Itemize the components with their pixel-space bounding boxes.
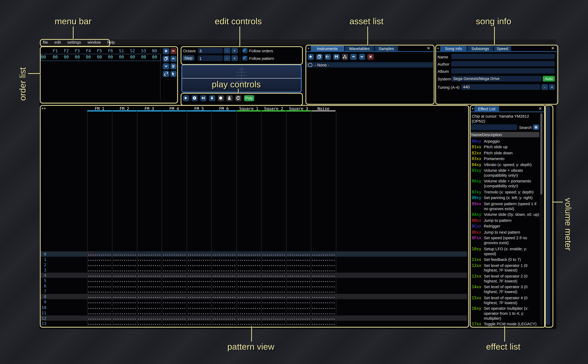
pattern-row[interactable]: 6: [40, 283, 467, 289]
pattern-cell-empty[interactable]: [312, 294, 335, 299]
menu-item-edit[interactable]: edit: [54, 40, 61, 45]
pattern-cell-empty[interactable]: [187, 278, 211, 283]
pattern-cell-empty[interactable]: [287, 305, 311, 310]
tab-subsongs[interactable]: Subsongs: [468, 46, 493, 51]
effect-row[interactable]: 15xxSet level of operator 4 (0 highest, …: [470, 295, 540, 305]
pattern-cell-empty[interactable]: [212, 251, 236, 257]
system-input[interactable]: Sega Genesis/Mega Drive: [451, 76, 542, 82]
pattern-cell-empty[interactable]: [162, 278, 186, 283]
pattern-cell-empty[interactable]: [212, 310, 236, 315]
effect-list-close-icon[interactable]: ✕: [538, 106, 542, 111]
pattern-cell-empty[interactable]: [287, 267, 311, 273]
pattern-cell-empty[interactable]: [162, 251, 186, 257]
order-cell[interactable]: 00: [50, 54, 61, 59]
pattern-cell-empty[interactable]: [88, 305, 112, 310]
channel-header-square-3[interactable]: Square 3: [286, 106, 311, 110]
effect-row[interactable]: 06xyVolume slide + portamento (compatibi…: [470, 179, 540, 189]
move-up-icon[interactable]: [170, 56, 176, 62]
pattern-cell-empty[interactable]: [113, 299, 136, 305]
pattern-cell-empty[interactable]: [212, 305, 236, 310]
pattern-cell-empty[interactable]: [113, 310, 136, 315]
pattern-cell-empty[interactable]: [88, 273, 112, 278]
pattern-cell-empty[interactable]: [88, 310, 112, 315]
repeat-icon[interactable]: [235, 95, 241, 101]
pattern-cell-empty[interactable]: [187, 289, 211, 294]
duplicate-icon[interactable]: [163, 56, 169, 62]
pattern-cell-empty[interactable]: [237, 305, 261, 310]
pattern-cell-empty[interactable]: [187, 257, 211, 262]
pattern-cell-empty[interactable]: [237, 273, 261, 278]
effect-row[interactable]: 0AxyVolume slide (0y: down, x0: up): [470, 212, 540, 217]
pattern-cell-empty[interactable]: [237, 262, 261, 267]
tab-samples[interactable]: Samples: [375, 46, 398, 51]
pattern-cell-empty[interactable]: [187, 305, 211, 310]
pattern-cell-empty[interactable]: [138, 289, 161, 294]
auto-system-button[interactable]: Auto: [543, 76, 555, 82]
pattern-cell-empty[interactable]: [88, 321, 112, 326]
pattern-cell-empty[interactable]: [237, 278, 261, 283]
pattern-cell-empty[interactable]: [212, 273, 236, 278]
pattern-cell-empty[interactable]: [138, 262, 161, 267]
pattern-cell-empty[interactable]: [312, 257, 335, 262]
pattern-corner[interactable]: ++: [41, 106, 46, 110]
pattern-cell-empty[interactable]: [162, 299, 186, 305]
pattern-row[interactable]: 10: [40, 305, 467, 310]
description-column-header[interactable]: Description: [482, 132, 502, 137]
pattern-cell-empty[interactable]: [262, 299, 286, 305]
instrument-none-row[interactable]: - None -: [306, 62, 433, 67]
scrollbar[interactable]: [540, 112, 542, 325]
pattern-cell-empty[interactable]: [237, 251, 261, 257]
pattern-cell-empty[interactable]: [113, 283, 136, 289]
pattern-cell-empty[interactable]: [162, 267, 186, 273]
channel-header-noise[interactable]: Noise: [311, 106, 336, 110]
pattern-cell-empty[interactable]: [113, 267, 136, 273]
pattern-cell-empty[interactable]: [262, 294, 286, 299]
effect-table-header[interactable]: Name Description: [470, 132, 539, 137]
pattern-cell-empty[interactable]: [212, 257, 236, 262]
effect-row[interactable]: 00xyArpeggio: [470, 139, 540, 143]
pattern-cell-empty[interactable]: [287, 273, 311, 278]
pattern-row[interactable]: 8: [40, 294, 467, 299]
pattern-cell-empty[interactable]: [312, 283, 335, 289]
octave-decrease-button[interactable]: -: [224, 48, 230, 53]
scrollbar-thumb[interactable]: [540, 113, 542, 194]
pattern-cell-empty[interactable]: [287, 294, 311, 299]
metronome-icon[interactable]: [226, 95, 233, 101]
pattern-cell-empty[interactable]: [187, 294, 211, 299]
pattern-cell-empty[interactable]: [138, 283, 161, 289]
channel-header-square-2[interactable]: Square 2: [261, 106, 286, 110]
order-cell[interactable]: 00: [83, 54, 94, 59]
order-cell[interactable]: 00: [94, 54, 105, 59]
tab-song-info[interactable]: Song Info: [440, 46, 467, 51]
pattern-cell-empty[interactable]: [138, 294, 161, 299]
pattern-cell-empty[interactable]: [287, 257, 311, 262]
effect-row[interactable]: 09xxSet groove pattern (speed 1 if no gr…: [470, 201, 540, 211]
pattern-cell-empty[interactable]: [162, 262, 186, 267]
pattern-cell-empty[interactable]: [237, 257, 261, 262]
pattern-cell-empty[interactable]: [88, 294, 112, 299]
pattern-row[interactable]: 7: [40, 289, 467, 294]
channel-header-fm-2[interactable]: FM 2: [112, 106, 137, 110]
effect-row[interactable]: 0DxxJump to next pattern: [470, 230, 540, 234]
pattern-cell-empty[interactable]: [287, 315, 311, 321]
pattern-cell-empty[interactable]: [312, 321, 335, 326]
pattern-cell-empty[interactable]: [212, 283, 236, 289]
pattern-cell-empty[interactable]: [312, 310, 335, 315]
author-input[interactable]: [451, 61, 555, 66]
pattern-cell-empty[interactable]: [88, 283, 112, 289]
name-input[interactable]: [451, 54, 555, 59]
pattern-cell-empty[interactable]: [88, 315, 112, 321]
pattern-cell-empty[interactable]: [262, 305, 286, 310]
pattern-cell-empty[interactable]: [212, 294, 236, 299]
pattern-cell-empty[interactable]: [138, 273, 161, 278]
pattern-cell-empty[interactable]: [312, 267, 335, 273]
album-input[interactable]: [451, 68, 555, 74]
effect-row[interactable]: 13xxSet level of operator 2 (0 highest, …: [470, 274, 540, 284]
pattern-row[interactable]: 4: [40, 273, 467, 278]
pattern-cell-empty[interactable]: [262, 278, 286, 283]
change-all-icon[interactable]: [170, 71, 176, 77]
pattern-cell-empty[interactable]: [88, 251, 112, 257]
effect-row[interactable]: 0BxxJump to pattern: [470, 218, 540, 223]
pattern-cell-empty[interactable]: [312, 315, 335, 321]
stop-icon[interactable]: [209, 95, 215, 101]
